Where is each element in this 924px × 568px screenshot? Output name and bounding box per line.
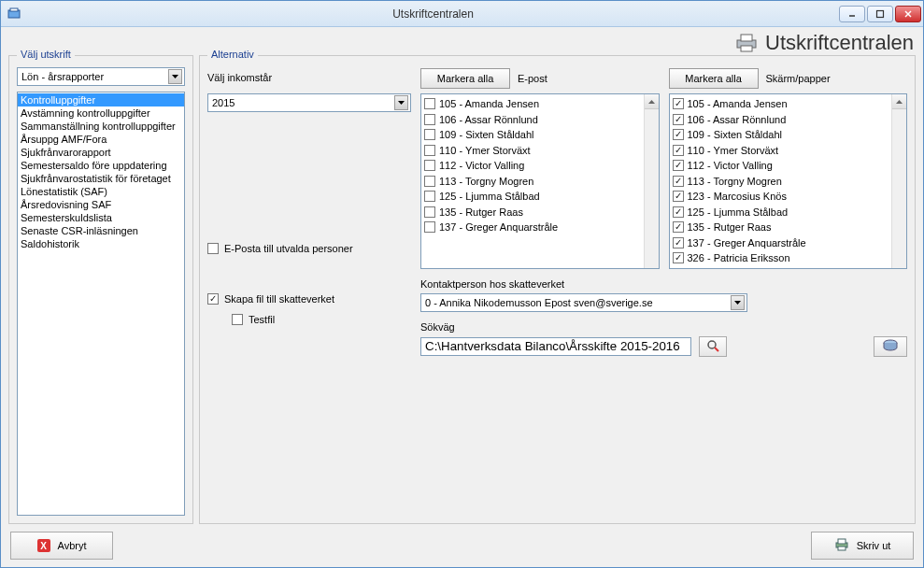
checklist-row[interactable]: 106 - Assar Rönnlund (424, 112, 656, 128)
report-list-item[interactable]: Lönestatistik (SAF) (18, 185, 184, 198)
row-checkbox[interactable] (673, 221, 684, 233)
report-list-item[interactable]: Avstämning kontrolluppgifter (18, 106, 184, 120)
checklist-row[interactable]: 110 - Ymer Storväxt (424, 143, 656, 159)
checklist-row[interactable]: 105 - Amanda Jensen (424, 96, 656, 112)
mark-all-epost-button[interactable]: Markera alla (420, 68, 510, 89)
checklist-row[interactable]: 106 - Assar Rönnlund (673, 112, 904, 128)
report-list-item[interactable]: Årsuppg AMF/Fora (18, 133, 184, 146)
row-checkbox[interactable] (673, 129, 684, 140)
row-label: 105 - Amanda Jensen (688, 98, 788, 109)
row-checkbox[interactable] (424, 221, 435, 233)
checklist-row[interactable]: 113 - Torgny Mogren (673, 174, 904, 190)
checklist-row[interactable]: 123 - Marcosius Knös (673, 189, 904, 205)
row-checkbox[interactable] (424, 114, 435, 125)
row-checkbox[interactable] (673, 206, 684, 218)
save-disk-button[interactable] (874, 336, 907, 357)
mark-all-skarm-button[interactable]: Markera alla (669, 68, 759, 89)
scroll-up-icon[interactable] (645, 94, 659, 109)
footer: X Avbryt Skriv ut (1, 530, 923, 567)
income-year-dropdown[interactable]: 2015 (207, 93, 411, 112)
row-checkbox[interactable] (673, 191, 684, 202)
svg-rect-8 (741, 46, 752, 51)
browse-button[interactable] (699, 336, 727, 357)
checklist-row[interactable]: 109 - Sixten Ståldahl (673, 127, 904, 143)
epost-checklist[interactable]: 105 - Amanda Jensen106 - Assar Rönnlund1… (420, 93, 660, 269)
checklist-row[interactable]: 135 - Rutger Raas (424, 205, 656, 220)
row-checkbox[interactable] (673, 114, 684, 125)
income-year-label: Välj inkomstår (207, 72, 272, 83)
checklist-row[interactable]: 112 - Victor Valling (424, 158, 656, 174)
close-button[interactable] (895, 6, 921, 22)
row-checkbox[interactable] (673, 145, 684, 156)
report-list-item[interactable]: Kontrolluppgifter (18, 93, 184, 106)
x-icon: X (37, 539, 50, 552)
report-list-item[interactable]: Sjukfrånvarorapport (18, 146, 184, 159)
report-list-item[interactable]: Semesterskuldslista (18, 211, 184, 224)
scroll-up-icon[interactable] (892, 94, 906, 109)
scrollbar[interactable] (644, 94, 659, 268)
disk-icon (883, 339, 898, 354)
row-checkbox[interactable] (673, 252, 684, 263)
checklist-row[interactable]: 125 - Ljumma Stålbad (673, 205, 904, 220)
left-group: Välj utskrift Lön - årsrapporter Kontrol… (8, 55, 193, 524)
checklist-row[interactable]: 109 - Sixten Ståldahl (424, 127, 656, 143)
maximize-button[interactable] (867, 6, 893, 22)
print-button[interactable]: Skriv ut (811, 532, 914, 560)
skapa-fil-row: Skapa fil till skatteverket (207, 293, 411, 305)
checklist-row[interactable]: 110 - Ymer Storväxt (673, 143, 904, 159)
row-checkbox[interactable] (424, 160, 435, 171)
checklist-row[interactable]: 326 - Patricia Eriksson (673, 250, 904, 266)
eposta-checkbox[interactable] (207, 243, 219, 254)
row-checkbox[interactable] (424, 176, 435, 187)
testfil-row: Testfil (232, 314, 411, 325)
report-list-item[interactable]: Sjukfrånvarostatistik för företaget (18, 172, 184, 185)
checklist-row[interactable]: 137 - Greger Anquarstråle (673, 235, 904, 251)
skapa-fil-checkbox[interactable] (207, 293, 219, 305)
minimize-button[interactable] (839, 6, 865, 22)
row-label: 137 - Greger Anquarstråle (439, 221, 558, 233)
row-checkbox[interactable] (424, 191, 435, 202)
checklist-row[interactable]: 135 - Rutger Raas (673, 220, 904, 235)
row-checkbox[interactable] (673, 176, 684, 187)
sokvag-input[interactable] (420, 337, 691, 356)
skarm-checklist[interactable]: 105 - Amanda Jensen106 - Assar Rönnlund1… (669, 93, 908, 269)
row-checkbox[interactable] (673, 237, 684, 248)
row-label: 113 - Torgny Mogren (688, 176, 782, 187)
row-checkbox[interactable] (673, 160, 684, 171)
kontakt-dropdown[interactable]: 0 - Annika Nikodemusson Epost sven@sveri… (420, 293, 747, 312)
income-year-value: 2015 (212, 97, 235, 108)
checklist-row[interactable]: 112 - Victor Valling (673, 158, 904, 174)
checklist-row[interactable]: 125 - Ljumma Stålbad (424, 189, 656, 205)
row-checkbox[interactable] (424, 145, 435, 156)
checklist-row[interactable]: 137 - Greger Anquarstråle (424, 220, 656, 235)
report-list-item[interactable]: Saldohistorik (18, 237, 184, 250)
row-checkbox[interactable] (673, 98, 684, 109)
sokvag-label: Sökväg (420, 321, 907, 333)
report-list-item[interactable]: Senaste CSR-inläsningen (18, 224, 184, 237)
main: Välj utskrift Lön - årsrapporter Kontrol… (1, 55, 923, 530)
report-type-dropdown[interactable]: Lön - årsrapporter (17, 67, 185, 86)
svg-rect-18 (838, 539, 846, 544)
row-label: 135 - Rutger Raas (439, 206, 523, 218)
report-list-item[interactable]: Sammanställning kontrolluppgifter (18, 120, 184, 133)
kontakt-value: 0 - Annika Nikodemusson Epost sven@sveri… (425, 297, 653, 308)
testfil-checkbox[interactable] (232, 314, 243, 325)
report-list-item[interactable]: Årsredovisning SAF (18, 198, 184, 211)
testfil-label: Testfil (249, 314, 275, 325)
row-checkbox[interactable] (424, 206, 435, 218)
row-checkbox[interactable] (424, 98, 435, 109)
row-label: 112 - Victor Valling (439, 160, 524, 171)
checklist-row[interactable]: 113 - Torgny Mogren (424, 174, 656, 190)
cancel-button[interactable]: X Avbryt (10, 532, 113, 560)
row-label: 123 - Marcosius Knös (688, 191, 787, 202)
row-checkbox[interactable] (424, 129, 435, 140)
report-listbox[interactable]: KontrolluppgifterAvstämning kontrolluppg… (17, 92, 185, 516)
search-icon (706, 339, 719, 354)
chevron-down-icon (394, 95, 408, 110)
eposta-checkbox-row: E-Posta till utvalda personer (207, 243, 411, 254)
scrollbar[interactable] (891, 94, 906, 268)
checklist-row[interactable]: 105 - Amanda Jensen (673, 96, 904, 112)
svg-rect-3 (877, 10, 884, 17)
row-label: 326 - Patricia Eriksson (688, 252, 790, 263)
report-list-item[interactable]: Semestersaldo före uppdatering (18, 159, 184, 172)
